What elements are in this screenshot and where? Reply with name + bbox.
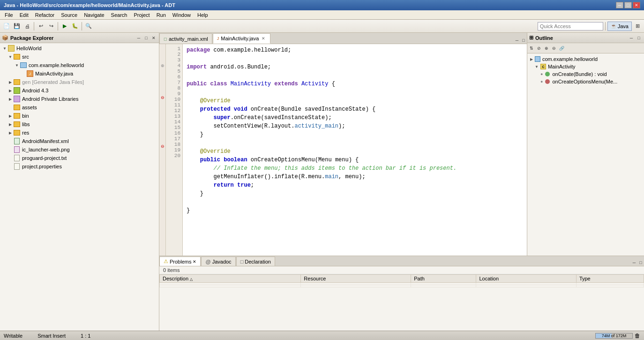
tree-item-mainactivity[interactable]: ▶ J MainActivity.java — [1, 69, 158, 78]
outline-maximize-button[interactable]: □ — [636, 35, 642, 41]
tree-arrow-empty4: ▶ — [7, 155, 13, 161]
tree-item-helloworld[interactable]: ▼ HelloWorld — [1, 44, 158, 53]
tab-javadoc[interactable]: @ Javadoc — [201, 257, 235, 266]
editor-and-outline: ◻ activity_main.xml J MainActivity.java … — [159, 33, 644, 256]
code-editor[interactable]: package com.example.helloworld; import a… — [183, 44, 527, 256]
redo-button[interactable]: ↪ — [46, 22, 56, 31]
memory-bar[interactable]: 74M of 172M — [595, 333, 633, 339]
outline-sort-button[interactable]: ⇅ — [528, 45, 535, 52]
declaration-label: Declaration — [245, 259, 271, 264]
maximize-button[interactable]: □ — [624, 2, 632, 8]
tree-item-android43[interactable]: ▶ Android 4.3 — [1, 86, 158, 95]
col-path[interactable]: Path — [411, 275, 476, 283]
menu-refactor[interactable]: Refactor — [32, 12, 58, 18]
close-button[interactable]: ✕ — [633, 2, 640, 8]
outline-onoptionsmenu-label: onCreateOptionsMenu(Me... — [552, 79, 617, 84]
javadoc-label: Javadoc — [212, 259, 232, 264]
tree-item-privlibs[interactable]: ▶ Android Private Libraries — [1, 95, 158, 103]
tree-item-projectprops[interactable]: ▶ project.properties — [1, 162, 158, 171]
tree-label-res: res — [22, 130, 29, 136]
new-button[interactable]: 📄 — [2, 22, 11, 31]
outline-collapse-button[interactable]: ⊖ — [551, 45, 557, 52]
tab-close-icon[interactable]: ✕ — [261, 36, 266, 41]
tab-activity-main-label: activity_main.xml — [169, 36, 208, 42]
project-icon — [7, 45, 15, 52]
package-explorer-title: 📦 Package Explorer — [2, 35, 53, 41]
editor-area: ⊕ ⊖ ⊖ 1 2 — [159, 44, 527, 256]
menu-run[interactable]: Run — [154, 12, 169, 18]
search-button[interactable]: 🔍 — [84, 22, 93, 31]
editor-maximize-button[interactable]: □ — [520, 37, 527, 44]
minimize-button[interactable]: ─ — [616, 2, 623, 8]
open-perspective-button[interactable]: ⊞ — [633, 22, 642, 31]
col-description[interactable]: Description △ — [160, 275, 301, 283]
code-line-14: public boolean onCreateOptionsMenu(Menu … — [187, 156, 523, 164]
outline-class[interactable]: ▼ C MainActivity — [529, 63, 642, 70]
menu-navigate[interactable]: Navigate — [81, 12, 107, 18]
tree-item-bin[interactable]: ▶ bin — [1, 112, 158, 120]
run-button[interactable]: ▶ — [60, 22, 69, 31]
outline-link-button[interactable]: 🔗 — [558, 45, 565, 52]
tree-item-res[interactable]: ▶ res — [1, 128, 158, 137]
tree-item-proguard[interactable]: ▶ proguard-project.txt — [1, 154, 158, 162]
print-button[interactable]: 🖨 — [22, 22, 32, 31]
tab-activity-main[interactable]: ◻ activity_main.xml — [159, 33, 212, 44]
panel-minimize-button[interactable]: ─ — [135, 35, 142, 41]
tree-item-assets[interactable]: ▶ assets — [1, 103, 158, 112]
outline-class-arrow: ▼ — [535, 65, 539, 69]
tree-item-manifest[interactable]: ▶ AndroidManifest.xml — [1, 137, 158, 145]
tree-label-mainactivity: MainActivity.java — [35, 71, 73, 76]
outline-hide-button[interactable]: ⊘ — [536, 45, 542, 52]
package-explorer-panel: 📦 Package Explorer ─ □ ✕ ▼ HelloWorld ▼ … — [0, 33, 159, 331]
editor-panel: ◻ activity_main.xml J MainActivity.java … — [159, 33, 527, 256]
bottom-tabs: ⚠ Problems ✕ @ Javadoc □ Declaration ─ □ — [159, 256, 644, 266]
undo-button[interactable]: ↩ — [36, 22, 45, 31]
save-button[interactable]: 💾 — [12, 22, 22, 31]
tree-item-src[interactable]: ▼ src — [1, 53, 158, 61]
debug-button[interactable]: 🐛 — [70, 22, 80, 31]
menu-source[interactable]: Source — [58, 12, 80, 18]
tree-item-launcher[interactable]: ▶ ic_launcher-web.png — [1, 145, 158, 154]
col-location[interactable]: Location — [476, 275, 576, 283]
menu-file[interactable]: File — [2, 12, 16, 18]
gc-icon[interactable]: 🗑 — [635, 332, 640, 339]
editor-minimize-button[interactable]: ─ — [514, 37, 520, 44]
tab-problems[interactable]: ⚠ Problems ✕ — [159, 257, 201, 266]
tree-arrow-libs: ▶ — [7, 121, 13, 127]
outline-onoptionsmenu-icon — [544, 78, 551, 85]
sep2 — [58, 22, 58, 30]
bottom-maximize-button[interactable]: □ — [637, 259, 644, 266]
outline-package[interactable]: ▶ com.example.helloworld — [529, 55, 642, 63]
outline-onoptionsmenu[interactable]: ● onCreateOptionsMenu(Me... — [529, 78, 642, 85]
menu-window[interactable]: Window — [170, 12, 194, 18]
outline-onoptionsmenu-vis: ● — [540, 79, 543, 84]
tree-item-libs[interactable]: ▶ libs — [1, 120, 158, 128]
quick-access-input[interactable] — [538, 22, 603, 30]
panel-close-button[interactable]: ✕ — [150, 35, 157, 41]
fold-marker-onoptionsmenu[interactable]: ⊖ — [160, 144, 165, 149]
outline-oncreate[interactable]: ● onCreate(Bundle) : void — [529, 70, 642, 78]
code-line-1: package com.example.helloworld; — [187, 46, 523, 54]
problems-tab-close[interactable]: ✕ — [193, 259, 196, 264]
bottom-minimize-button[interactable]: ─ — [631, 259, 637, 266]
panel-maximize-button[interactable]: □ — [143, 35, 150, 41]
tree-item-gen[interactable]: ▶ gen [Generated Java Files] — [1, 78, 158, 86]
tree-arrow-assets: ▶ — [7, 105, 13, 110]
tab-declaration[interactable]: □ Declaration — [236, 257, 275, 266]
tab-mainactivity[interactable]: J MainActivity.java ✕ — [213, 33, 271, 44]
col-type[interactable]: Type — [576, 275, 644, 283]
outline-expand-button[interactable]: ⊕ — [543, 45, 550, 52]
tree-item-package[interactable]: ▼ com.example.helloworld — [1, 61, 158, 69]
outline-minimize-button[interactable]: ─ — [628, 35, 635, 41]
outline-oncreate-vis: ● — [540, 72, 543, 76]
menu-project[interactable]: Project — [131, 12, 152, 18]
col-resource[interactable]: Resource — [301, 275, 411, 283]
tree-arrow-helloworld: ▼ — [2, 45, 7, 51]
tree-label-proguard: proguard-project.txt — [22, 155, 67, 161]
menu-search[interactable]: Search — [108, 12, 130, 18]
menu-edit[interactable]: Edit — [17, 12, 31, 18]
perspective-java-button[interactable]: ☕ Java — [607, 22, 632, 31]
fold-marker-import[interactable]: ⊕ — [160, 63, 165, 68]
fold-marker-oncreate[interactable]: ⊖ — [160, 95, 165, 100]
menu-help[interactable]: Help — [195, 12, 211, 18]
